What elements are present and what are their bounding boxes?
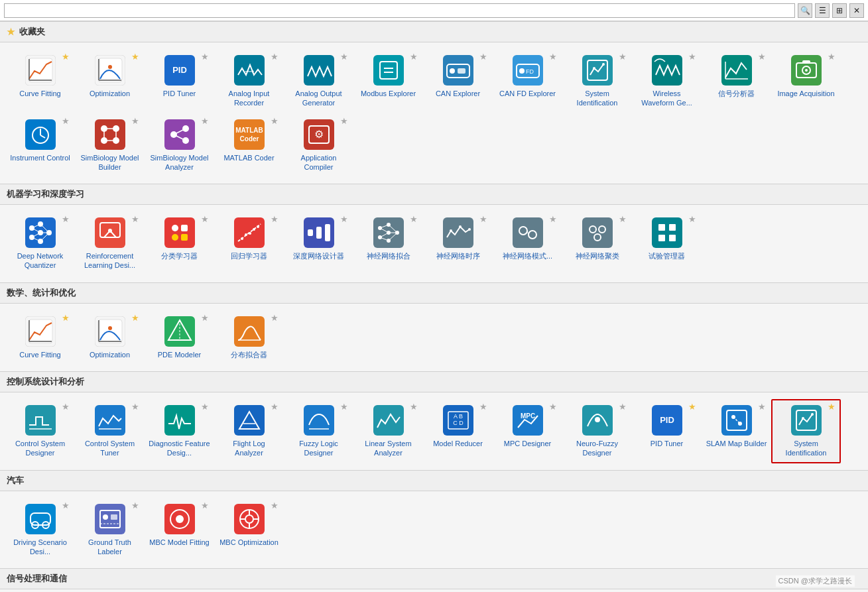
app-star-simbiology-analyzer-fav[interactable]: ★ — [201, 116, 209, 126]
app-star-optimization-math[interactable]: ★ — [131, 313, 139, 323]
app-item-driving-scenario[interactable]: Driving Scenario Desi...★ — [5, 498, 75, 562]
app-star-mpc-designer[interactable]: ★ — [549, 402, 557, 412]
app-item-neuro-fuzzy[interactable]: Neuro-Fuzzy Designer★ — [562, 399, 632, 463]
app-item-matlab-coder-fav[interactable]: MATLABCoderMATLAB Coder★ — [214, 113, 284, 178]
app-item-reinforcement-learning[interactable]: Reinforcement Learning Desi...★ — [75, 211, 145, 276]
app-star-driving-scenario[interactable]: ★ — [62, 501, 70, 510]
app-item-ground-truth[interactable]: Ground Truth Labeler★ — [75, 498, 145, 562]
app-star-neural-pattern[interactable]: ★ — [549, 214, 557, 224]
app-star-sys-id-fav[interactable]: ★ — [619, 52, 627, 62]
app-star-diagnostic-feature[interactable]: ★ — [201, 402, 209, 412]
app-star-model-reducer[interactable]: ★ — [479, 402, 487, 412]
app-star-control-sys-designer[interactable]: ★ — [62, 402, 70, 412]
app-item-classification-learner[interactable]: 分类学习器★ — [145, 211, 214, 276]
app-star-pid-tuner-ctrl[interactable]: ★ — [688, 402, 696, 412]
app-item-model-reducer[interactable]: A BC DModel Reducer★ — [423, 399, 493, 463]
app-star-mbc-model[interactable]: ★ — [201, 501, 209, 510]
app-item-can-explorer-fav[interactable]: CAN Explorer★ — [423, 49, 493, 113]
app-item-image-acquisition-fav[interactable]: Image Acquisition★ — [771, 49, 841, 113]
app-item-sys-id-fav[interactable]: System Identification★ — [562, 49, 632, 113]
app-star-mbc-optimization[interactable]: ★ — [271, 501, 279, 510]
app-star-deep-network-quantizer[interactable]: ★ — [62, 214, 70, 224]
app-item-curve-fitting-math[interactable]: Curve Fitting★ — [5, 310, 75, 365]
app-item-neural-pattern[interactable]: 神经网络模式...★ — [493, 211, 562, 276]
app-star-curve-fitting-math[interactable]: ★ — [62, 313, 70, 323]
app-item-app-compiler-fav[interactable]: ⚙Application Compiler★ — [284, 113, 353, 178]
app-item-analog-input-fav[interactable]: ⟿Analog Input Recorder★ — [214, 49, 284, 113]
app-star-can-fd-fav[interactable]: ★ — [549, 52, 557, 62]
app-item-linear-system[interactable]: Linear System Analyzer★ — [353, 399, 423, 463]
app-item-signal-analyzer-fav[interactable]: 信号分析器★ — [702, 49, 771, 113]
app-item-experiment-manager[interactable]: 试验管理器★ — [632, 211, 702, 276]
app-star-signal-analyzer-fav[interactable]: ★ — [758, 52, 766, 62]
app-item-deep-network-designer[interactable]: 深度网络设计器★ — [284, 211, 353, 276]
app-star-analog-output-fav[interactable]: ★ — [340, 52, 348, 62]
search-input[interactable] — [4, 3, 795, 18]
app-item-wireless-waveform-fav[interactable]: Wireless Waveform Ge...★ — [632, 49, 702, 113]
search-button[interactable]: 🔍 — [798, 3, 812, 18]
app-item-slam-map[interactable]: SLAM Map Builder★ — [702, 399, 771, 463]
list-view-button[interactable]: ☰ — [815, 3, 830, 18]
app-item-diagnostic-feature[interactable]: Diagnostic Feature Desig...★ — [145, 399, 214, 463]
app-item-mpc-designer[interactable]: MPCMPC Designer★ — [493, 399, 562, 463]
app-item-mbc-optimization[interactable]: MBC Optimization★ — [214, 498, 284, 562]
app-star-flight-log[interactable]: ★ — [271, 402, 279, 412]
app-star-linear-system[interactable]: ★ — [410, 402, 418, 412]
app-star-sys-id-ctrl[interactable]: ★ — [828, 402, 836, 412]
app-star-neural-time[interactable]: ★ — [479, 214, 487, 224]
app-star-experiment-manager[interactable]: ★ — [688, 214, 696, 224]
app-item-pid-tuner-ctrl[interactable]: PIDPID Tuner★ — [632, 399, 702, 463]
grid-view-button[interactable]: ⊞ — [832, 3, 847, 18]
app-item-simbiology-builder-fav[interactable]: SimBiology Model Builder★ — [75, 113, 145, 178]
app-item-neural-fitting[interactable]: 神经网络拟合★ — [353, 211, 423, 276]
app-item-optimization-math[interactable]: Optimization★ — [75, 310, 145, 365]
app-item-simbiology-analyzer-fav[interactable]: SimBiology Model Analyzer★ — [145, 113, 214, 178]
app-star-reinforcement-learning[interactable]: ★ — [131, 214, 139, 224]
app-item-pde-modeler[interactable]: PDE Modeler★ — [145, 310, 214, 365]
app-star-simbiology-builder-fav[interactable]: ★ — [131, 116, 139, 126]
app-star-modbus-fav[interactable]: ★ — [410, 52, 418, 62]
app-star-matlab-coder-fav[interactable]: ★ — [271, 116, 279, 126]
app-star-image-acquisition-fav[interactable]: ★ — [828, 52, 836, 62]
app-item-optimization-fav[interactable]: Optimization★ — [75, 49, 145, 113]
app-item-regression-learner[interactable]: 回归学习器★ — [214, 211, 284, 276]
app-star-optimization-fav[interactable]: ★ — [131, 52, 139, 62]
app-item-analog-output-fav[interactable]: Analog Output Generator★ — [284, 49, 353, 113]
app-item-can-fd-fav[interactable]: FDCAN FD Explorer★ — [493, 49, 562, 113]
app-item-neural-cluster[interactable]: 神经网络聚类★ — [562, 211, 632, 276]
app-star-can-explorer-fav[interactable]: ★ — [479, 52, 487, 62]
close-button[interactable]: ✕ — [849, 3, 864, 18]
app-star-classification-learner[interactable]: ★ — [201, 214, 209, 224]
app-item-curve-fitting-fav[interactable]: Curve Fitting★ — [5, 49, 75, 113]
app-star-slam-map[interactable]: ★ — [758, 402, 766, 412]
app-item-pid-tuner-fav[interactable]: PIDPID Tuner★ — [145, 49, 214, 113]
app-item-distribution-fitter[interactable]: 分布拟合器★ — [214, 310, 284, 365]
app-icon-can-fd-fav: FD — [512, 54, 544, 86]
app-star-analog-input-fav[interactable]: ★ — [271, 52, 279, 62]
app-star-control-sys-tuner[interactable]: ★ — [131, 402, 139, 412]
app-star-neural-fitting[interactable]: ★ — [410, 214, 418, 224]
app-star-deep-network-designer[interactable]: ★ — [340, 214, 348, 224]
app-star-neural-cluster[interactable]: ★ — [619, 214, 627, 224]
app-item-flight-log[interactable]: Flight Log Analyzer★ — [214, 399, 284, 463]
app-item-modbus-fav[interactable]: Modbus Explorer★ — [353, 49, 423, 113]
app-star-curve-fitting-fav[interactable]: ★ — [62, 52, 70, 62]
app-star-pde-modeler[interactable]: ★ — [201, 313, 209, 323]
app-star-regression-learner[interactable]: ★ — [271, 214, 279, 224]
app-star-fuzzy-logic[interactable]: ★ — [340, 402, 348, 412]
app-item-fuzzy-logic[interactable]: Fuzzy Logic Designer★ — [284, 399, 353, 463]
app-star-neuro-fuzzy[interactable]: ★ — [619, 402, 627, 412]
app-item-sys-id-ctrl[interactable]: System Identification★ — [771, 399, 841, 463]
app-star-pid-tuner-fav[interactable]: ★ — [201, 52, 209, 62]
app-star-instrument-control-fav[interactable]: ★ — [62, 116, 70, 126]
app-item-neural-time[interactable]: 神经网络时序★ — [423, 211, 493, 276]
app-item-instrument-control-fav[interactable]: Instrument Control★ — [5, 113, 75, 178]
app-star-app-compiler-fav[interactable]: ★ — [340, 116, 348, 126]
app-item-control-sys-tuner[interactable]: Control System Tuner★ — [75, 399, 145, 463]
app-item-control-sys-designer[interactable]: Control System Designer★ — [5, 399, 75, 463]
app-star-distribution-fitter[interactable]: ★ — [271, 313, 279, 323]
app-star-ground-truth[interactable]: ★ — [131, 501, 139, 510]
app-item-mbc-model[interactable]: MBC Model Fitting★ — [145, 498, 214, 562]
app-star-wireless-waveform-fav[interactable]: ★ — [688, 52, 696, 62]
app-item-deep-network-quantizer[interactable]: Deep Network Quantizer★ — [5, 211, 75, 276]
